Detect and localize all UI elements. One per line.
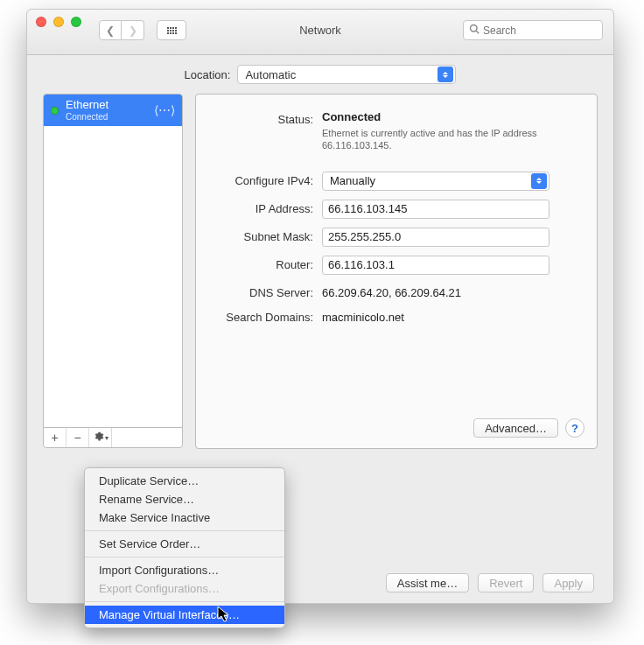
configure-label: Configure IPv4: bbox=[200, 172, 313, 187]
svg-point-0 bbox=[471, 25, 478, 32]
ip-label: IP Address: bbox=[200, 200, 313, 215]
add-service-button[interactable]: + bbox=[44, 428, 66, 447]
chevron-down-icon: ▾ bbox=[105, 434, 108, 442]
search-domains-label: Search Domains: bbox=[200, 308, 313, 324]
location-select[interactable]: Automatic bbox=[237, 65, 456, 84]
service-actions-menu: Duplicate Service… Rename Service… Make … bbox=[84, 467, 285, 628]
help-icon: ? bbox=[571, 422, 578, 435]
service-item-ethernet[interactable]: Ethernet Connected ⟨⋯⟩ bbox=[44, 95, 182, 126]
service-list-footer: + − ▾ bbox=[43, 427, 183, 448]
menu-import-config[interactable]: Import Configurations… bbox=[85, 561, 284, 579]
menu-separator bbox=[85, 557, 284, 557]
mask-value: 255.255.255.0 bbox=[328, 230, 401, 243]
configure-value: Manually bbox=[330, 174, 375, 187]
status-value: Connected bbox=[322, 110, 381, 123]
status-label: Status: bbox=[200, 110, 313, 126]
updown-icon bbox=[438, 67, 453, 82]
menu-duplicate-service[interactable]: Duplicate Service… bbox=[85, 472, 284, 490]
ethernet-icon: ⟨⋯⟩ bbox=[154, 103, 175, 117]
mask-label: Subnet Mask: bbox=[200, 228, 313, 243]
search-input[interactable] bbox=[483, 25, 597, 37]
service-name: Ethernet Connected bbox=[66, 99, 147, 121]
advanced-label: Advanced… bbox=[485, 422, 547, 435]
service-actions-button[interactable]: ▾ bbox=[89, 428, 112, 447]
status-description: Ethernet is currently active and has the… bbox=[322, 127, 550, 152]
location-row: Location: Automatic bbox=[27, 55, 613, 94]
search-icon bbox=[469, 24, 480, 37]
cursor-icon bbox=[217, 606, 231, 627]
help-button[interactable]: ? bbox=[565, 418, 584, 438]
status-dot-icon bbox=[51, 107, 59, 115]
configure-ipv4-select[interactable]: Manually bbox=[322, 172, 550, 191]
menu-rename-service[interactable]: Rename Service… bbox=[85, 490, 284, 508]
remove-service-button[interactable]: − bbox=[66, 428, 89, 447]
dns-value: 66.209.64.20, 66.209.64.21 bbox=[322, 286, 461, 299]
router-label: Router: bbox=[200, 256, 313, 271]
updown-icon bbox=[531, 173, 547, 189]
router-field[interactable]: 66.116.103.1 bbox=[322, 256, 550, 275]
service-list[interactable]: Ethernet Connected ⟨⋯⟩ + − ▾ bbox=[43, 94, 183, 428]
assist-me-button[interactable]: Assist me… bbox=[386, 573, 469, 592]
router-value: 66.116.103.1 bbox=[328, 258, 395, 271]
titlebar: ❮ ❯ Network bbox=[27, 10, 613, 55]
apply-button[interactable]: Apply bbox=[542, 573, 594, 592]
plus-icon: + bbox=[51, 431, 58, 445]
dns-label: DNS Server: bbox=[200, 284, 313, 299]
search-field[interactable] bbox=[463, 20, 603, 40]
assist-label: Assist me… bbox=[397, 577, 458, 590]
location-value: Automatic bbox=[245, 68, 296, 81]
minus-icon: − bbox=[74, 431, 80, 445]
menu-separator bbox=[85, 530, 284, 531]
menu-set-service-order[interactable]: Set Service Order… bbox=[85, 535, 284, 553]
svg-line-1 bbox=[476, 31, 479, 33]
revert-button[interactable]: Revert bbox=[478, 573, 534, 592]
ip-value: 66.116.103.145 bbox=[328, 202, 407, 215]
service-status-text: Connected bbox=[66, 112, 147, 122]
menu-separator bbox=[85, 601, 284, 602]
menu-export-config: Export Configurations… bbox=[85, 579, 284, 598]
menu-make-inactive[interactable]: Make Service Inactive bbox=[85, 508, 284, 527]
advanced-button[interactable]: Advanced… bbox=[473, 418, 558, 438]
content-area: Ethernet Connected ⟨⋯⟩ + − ▾ Status: bbox=[43, 94, 598, 526]
menu-manage-virtual-interfaces[interactable]: Manage Virtual Interfaces… bbox=[85, 606, 284, 624]
service-name-text: Ethernet bbox=[66, 98, 108, 111]
gear-icon bbox=[93, 431, 104, 445]
ip-address-field[interactable]: 66.116.103.145 bbox=[322, 200, 550, 219]
subnet-mask-field[interactable]: 255.255.255.0 bbox=[322, 228, 550, 247]
search-domains-value: macminicolo.net bbox=[322, 311, 404, 324]
detail-panel: Status: Connected Ethernet is currently … bbox=[195, 94, 598, 449]
apply-label: Apply bbox=[554, 577, 583, 590]
revert-label: Revert bbox=[489, 577, 522, 590]
location-label: Location: bbox=[185, 68, 231, 81]
